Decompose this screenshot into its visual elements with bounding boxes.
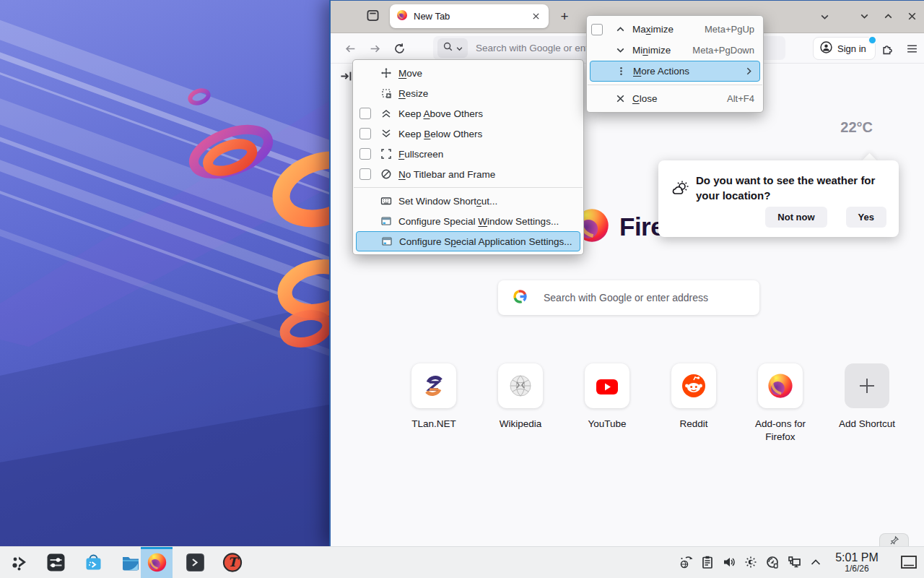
tab-favicon-firefox-icon — [396, 9, 408, 24]
konsole-icon[interactable] — [185, 553, 205, 573]
youtube-icon — [585, 363, 629, 408]
keep-above-checkbox[interactable] — [359, 108, 371, 119]
forward-icon[interactable] — [365, 39, 384, 58]
firefox-view-icon — [366, 9, 380, 25]
firefox-addons-icon — [758, 363, 803, 408]
panel-pin-tab[interactable] — [879, 533, 909, 547]
tab-close-icon[interactable] — [529, 10, 542, 23]
fullscreen-icon — [380, 148, 392, 160]
reload-icon[interactable] — [390, 39, 409, 58]
menu-item-minimize[interactable]: Minimize Meta+PgDown — [587, 40, 763, 61]
menu-item-fullscreen[interactable]: Fullscreen — [353, 144, 583, 164]
chevron-down-icon — [456, 42, 463, 55]
tray-globe-arrow-icon[interactable] — [679, 555, 693, 569]
system-tray: 5:01 PM 1/6/26 — [679, 552, 924, 573]
shortcut-reddit[interactable]: Reddit — [650, 363, 737, 444]
pin-icon — [889, 535, 899, 545]
sign-in-button[interactable]: Sign in — [813, 37, 876, 60]
app-launcher-icon[interactable] — [10, 553, 30, 573]
no-titlebar-checkbox[interactable] — [359, 168, 371, 180]
shortcut-wikipedia[interactable]: Wikipedia — [477, 363, 564, 444]
shortcut-tlan-net[interactable]: TLan.NET — [391, 363, 477, 444]
show-desktop-icon[interactable] — [899, 554, 918, 570]
window-maximize-icon[interactable] — [880, 8, 896, 24]
page-search-placeholder: Search with Google or enter address — [544, 292, 708, 303]
taskbar-firefox-active[interactable] — [141, 547, 173, 578]
menu-item-keep-above[interactable]: Keep Above Others — [353, 103, 583, 124]
maximize-chevron-icon — [614, 24, 626, 35]
menu-separator — [588, 85, 762, 85]
clock-date: 1/6/26 — [833, 564, 881, 574]
menu-item-set-window-shortcut[interactable]: Set Window Shortcut... — [353, 191, 583, 211]
tlauncher-icon[interactable]: T — [222, 553, 243, 573]
notification-dot — [868, 35, 877, 45]
shortcut-youtube[interactable]: YouTube — [564, 363, 650, 444]
window-minimize-icon[interactable] — [856, 8, 872, 24]
yes-button[interactable]: Yes — [846, 207, 886, 228]
fullscreen-checkbox[interactable] — [359, 148, 371, 160]
menu-item-maximize[interactable]: Maximize Meta+PgUp — [587, 19, 763, 40]
window-settings-icon — [381, 236, 393, 247]
desktop: New Tab + — [0, 0, 924, 578]
menu-item-configure-window-settings[interactable]: Configure Special Window Settings... — [353, 211, 583, 231]
window-close-icon[interactable] — [904, 8, 920, 24]
menu-item-more-actions[interactable]: More Actions — [590, 61, 760, 82]
resize-icon — [380, 87, 392, 99]
account-icon — [820, 41, 832, 56]
sign-in-label: Sign in — [837, 43, 866, 54]
search-icon — [443, 41, 453, 55]
more-actions-dots-icon — [615, 66, 627, 77]
system-settings-icon[interactable] — [45, 553, 66, 573]
menu-item-close[interactable]: Close Alt+F4 — [587, 88, 763, 109]
firefox-view-button[interactable] — [364, 8, 381, 25]
maximize-checkbox[interactable] — [591, 24, 603, 35]
shortcut-addons[interactable]: Add-ons for Firefox — [737, 363, 824, 444]
google-logo-icon — [513, 289, 528, 307]
menu-item-resize[interactable]: Resize — [353, 83, 583, 103]
new-tab-button[interactable]: + — [556, 8, 573, 25]
keep-above-icon — [380, 108, 392, 119]
dolphin-file-manager-icon[interactable] — [121, 553, 141, 573]
reddit-icon — [671, 363, 716, 408]
page-search-box[interactable]: Search with Google or enter address — [498, 280, 759, 315]
tab-new-tab[interactable]: New Tab — [390, 4, 549, 28]
discover-icon[interactable] — [83, 553, 103, 573]
tray-disc-globe-icon[interactable] — [765, 555, 780, 569]
not-now-button[interactable]: Not now — [765, 207, 827, 228]
menu-item-no-titlebar[interactable]: No Titlebar and Frame — [353, 164, 583, 184]
clock-time: 5:01 PM — [833, 552, 881, 564]
window-controls — [856, 8, 920, 24]
weather-popup: Do you want to see the weather for your … — [658, 160, 899, 237]
tray-expand-chevron-icon[interactable] — [808, 555, 823, 569]
hamburger-menu-icon[interactable] — [902, 39, 921, 58]
close-x-icon — [614, 93, 626, 105]
tray-clipboard-icon[interactable] — [700, 555, 715, 569]
tray-volume-icon[interactable] — [722, 555, 736, 569]
tray-brightness-icon[interactable] — [744, 555, 758, 569]
add-shortcut-plus-icon — [845, 363, 889, 408]
menu-item-configure-application-settings[interactable]: Configure Special Application Settings..… — [356, 231, 580, 251]
tab-title: New Tab — [414, 11, 529, 22]
taskbar: T 5:01 PM — [0, 546, 924, 578]
window-operations-menu: Maximize Meta+PgUp Minimize Meta+PgDown … — [586, 15, 764, 113]
sun-behind-cloud-icon — [671, 179, 690, 201]
weather-temperature[interactable]: 22°C — [840, 119, 873, 136]
menu-item-keep-below[interactable]: Keep Below Others — [353, 124, 583, 144]
tlan-net-icon — [411, 363, 456, 408]
weather-popup-question: Do you want to see the weather for your … — [696, 173, 875, 203]
extensions-puzzle-icon[interactable] — [878, 39, 897, 58]
list-all-tabs-button[interactable] — [816, 9, 832, 25]
back-icon[interactable] — [341, 39, 359, 58]
submenu-arrow-icon — [744, 66, 754, 76]
shortcut-add[interactable]: Add Shortcut — [824, 363, 910, 444]
menu-separator — [354, 187, 583, 188]
menu-item-move[interactable]: Move — [353, 63, 583, 83]
wikipedia-globe-icon — [498, 363, 543, 408]
taskbar-clock[interactable]: 5:01 PM 1/6/26 — [833, 552, 881, 573]
keep-below-checkbox[interactable] — [359, 128, 371, 139]
window-context-menu: Move Resize Keep Above Others Keep Below… — [352, 59, 584, 255]
firefox-icon — [147, 552, 167, 573]
search-engine-selector[interactable] — [437, 38, 468, 58]
tray-display-icon[interactable] — [787, 555, 801, 569]
minimize-chevron-icon — [614, 45, 626, 56]
